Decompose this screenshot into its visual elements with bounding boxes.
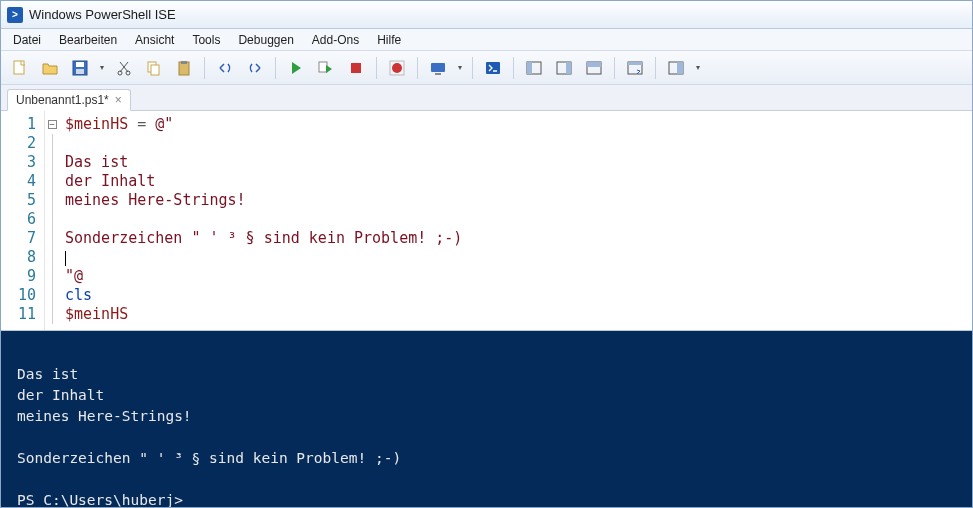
code-line[interactable]: "@ — [65, 267, 966, 286]
fold-cell — [45, 229, 59, 248]
menu-item-add-ons[interactable]: Add-Ons — [304, 31, 367, 49]
code-area[interactable]: $meinHS = @"Das istder Inhaltmeines Here… — [59, 111, 972, 330]
fold-column: − — [45, 111, 59, 330]
dropdown-caret-icon[interactable]: ▾ — [693, 63, 703, 72]
powershell-icon[interactable] — [480, 55, 506, 81]
save-icon[interactable] — [67, 55, 93, 81]
file-tab[interactable]: Unbenannt1.ps1* × — [7, 89, 131, 111]
window-title: Windows PowerShell ISE — [29, 7, 176, 22]
svg-rect-26 — [677, 62, 683, 74]
code-token: $meinHS — [65, 305, 128, 323]
copy-icon[interactable] — [141, 55, 167, 81]
svg-rect-10 — [319, 62, 327, 72]
tab-strip: Unbenannt1.ps1* × — [1, 85, 972, 111]
show-script-icon[interactable] — [622, 55, 648, 81]
code-token: der Inhalt — [65, 172, 155, 190]
file-tab-label: Unbenannt1.ps1* — [16, 93, 109, 107]
menu-item-debuggen[interactable]: Debuggen — [230, 31, 301, 49]
redo-icon[interactable] — [242, 55, 268, 81]
toolbar-separator — [472, 57, 473, 79]
layout-left-icon[interactable] — [521, 55, 547, 81]
open-file-icon[interactable] — [37, 55, 63, 81]
menu-item-hilfe[interactable]: Hilfe — [369, 31, 409, 49]
svg-rect-22 — [587, 62, 601, 67]
svg-rect-20 — [566, 62, 571, 74]
code-token: Sonderzeichen " ' ³ § sind kein Problem!… — [65, 229, 462, 247]
new-file-icon[interactable] — [7, 55, 33, 81]
remote-icon[interactable] — [425, 55, 451, 81]
svg-rect-11 — [351, 63, 361, 73]
fold-cell: − — [45, 115, 59, 134]
fold-cell — [45, 305, 59, 324]
line-number: 2 — [5, 134, 36, 153]
code-line[interactable]: der Inhalt — [65, 172, 966, 191]
code-line[interactable]: cls — [65, 286, 966, 305]
code-line[interactable] — [65, 248, 966, 267]
run-icon[interactable] — [283, 55, 309, 81]
fold-cell — [45, 191, 59, 210]
line-number-gutter: 1234567891011 — [1, 111, 45, 330]
svg-rect-15 — [435, 73, 441, 75]
dropdown-caret-icon[interactable]: ▾ — [97, 63, 107, 72]
toolbar-separator — [614, 57, 615, 79]
code-line[interactable]: $meinHS = @" — [65, 115, 966, 134]
line-number: 7 — [5, 229, 36, 248]
svg-rect-7 — [151, 65, 159, 75]
toolbar-separator — [417, 57, 418, 79]
fold-cell — [45, 153, 59, 172]
svg-rect-2 — [76, 62, 84, 67]
line-number: 4 — [5, 172, 36, 191]
code-line[interactable]: $meinHS — [65, 305, 966, 324]
title-bar: > Windows PowerShell ISE — [1, 1, 972, 29]
svg-rect-18 — [527, 62, 532, 74]
show-command-icon[interactable] — [663, 55, 689, 81]
line-number: 10 — [5, 286, 36, 305]
svg-rect-0 — [14, 61, 24, 74]
code-line[interactable]: meines Here-Strings! — [65, 191, 966, 210]
svg-rect-9 — [181, 61, 187, 64]
console-pane[interactable]: Das ist der Inhalt meines Here-Strings! … — [1, 331, 972, 507]
svg-rect-14 — [431, 63, 445, 72]
toolbar-separator — [275, 57, 276, 79]
breakpoint-icon[interactable] — [384, 55, 410, 81]
fold-cell — [45, 172, 59, 191]
line-number: 9 — [5, 267, 36, 286]
line-number: 11 — [5, 305, 36, 324]
code-line[interactable]: Das ist — [65, 153, 966, 172]
layout-right-icon[interactable] — [551, 55, 577, 81]
fold-cell — [45, 286, 59, 305]
run-selection-icon[interactable] — [313, 55, 339, 81]
dropdown-caret-icon[interactable]: ▾ — [455, 63, 465, 72]
app-icon: > — [7, 7, 23, 23]
toolbar-separator — [376, 57, 377, 79]
code-token: $meinHS — [65, 115, 128, 133]
paste-icon[interactable] — [171, 55, 197, 81]
toolbar-separator — [513, 57, 514, 79]
stop-icon[interactable] — [343, 55, 369, 81]
menu-item-tools[interactable]: Tools — [184, 31, 228, 49]
menu-item-bearbeiten[interactable]: Bearbeiten — [51, 31, 125, 49]
script-editor[interactable]: 1234567891011 − $meinHS = @"Das istder I… — [1, 111, 972, 331]
svg-rect-16 — [486, 62, 500, 74]
code-token: cls — [65, 286, 92, 304]
line-number: 6 — [5, 210, 36, 229]
toolbar: ▾▾▾ — [1, 51, 972, 85]
code-token: Das ist — [65, 153, 128, 171]
code-token: "@ — [65, 267, 83, 285]
code-token: @" — [155, 115, 173, 133]
fold-cell — [45, 267, 59, 286]
svg-rect-3 — [76, 69, 84, 74]
code-line[interactable] — [65, 134, 966, 153]
menu-item-ansicht[interactable]: Ansicht — [127, 31, 182, 49]
fold-cell — [45, 210, 59, 229]
code-line[interactable]: Sonderzeichen " ' ³ § sind kein Problem!… — [65, 229, 966, 248]
toolbar-separator — [655, 57, 656, 79]
close-tab-icon[interactable]: × — [115, 94, 122, 106]
fold-toggle-icon[interactable]: − — [48, 120, 57, 129]
undo-icon[interactable] — [212, 55, 238, 81]
menu-item-datei[interactable]: Datei — [5, 31, 49, 49]
layout-top-icon[interactable] — [581, 55, 607, 81]
cut-icon[interactable] — [111, 55, 137, 81]
fold-cell — [45, 134, 59, 153]
code-line[interactable] — [65, 210, 966, 229]
